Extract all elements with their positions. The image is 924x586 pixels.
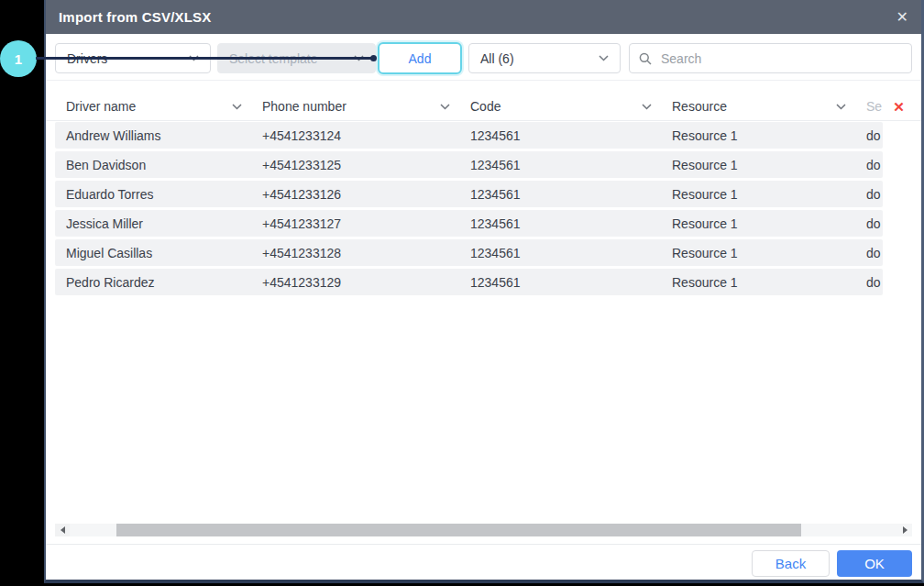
cell-extra: do (855, 246, 883, 260)
search-box (629, 43, 912, 73)
remove-column-icon[interactable]: ✕ (893, 100, 905, 114)
scrollbar-thumb[interactable] (116, 524, 801, 536)
import-dialog: Import from CSV/XLSX ✕ Drivers Select te… (44, 0, 924, 583)
ok-button[interactable]: OK (837, 550, 912, 577)
column-header-code[interactable]: Code (459, 99, 661, 114)
cell-name: Pedro Ricardez (55, 275, 251, 290)
cell-phone: +4541233128 (251, 246, 459, 260)
annotation-step-badge: 1 (0, 40, 37, 77)
footer-divider (46, 544, 921, 545)
cell-resource: Resource 1 (661, 128, 855, 143)
cell-code: 1234561 (459, 216, 661, 231)
cell-resource: Resource 1 (661, 187, 855, 202)
toolbar-divider (46, 80, 921, 81)
cell-extra: do (855, 275, 883, 290)
scroll-right-button[interactable] (897, 524, 912, 536)
search-input[interactable] (659, 50, 902, 67)
table-row[interactable]: Jessica Miller+45412331271234561Resource… (55, 210, 883, 237)
scroll-right-icon (903, 526, 908, 534)
dialog-titlebar: Import from CSV/XLSX ✕ (46, 0, 921, 34)
back-button[interactable]: Back (752, 550, 830, 577)
table-header: Driver name Phone number Code Resource S… (55, 93, 905, 120)
table-body: Andrew Williams+45412331241234561Resourc… (55, 122, 883, 298)
column-header-driver-name[interactable]: Driver name (55, 99, 251, 114)
annotation-pointer-dot (370, 55, 377, 61)
cell-phone: +4541233125 (251, 158, 459, 172)
cell-code: 1234561 (459, 275, 661, 290)
cell-extra: do (855, 128, 883, 143)
table-row[interactable]: Ben Davidson+45412331251234561Resource 1… (55, 151, 883, 178)
cell-resource: Resource 1 (661, 158, 855, 172)
horizontal-scrollbar[interactable] (55, 524, 912, 536)
filter-value: All (6) (480, 51, 514, 66)
table-row[interactable]: Miguel Casillas+45412331281234561Resourc… (55, 239, 883, 266)
chevron-down-icon (440, 104, 450, 110)
cell-code: 1234561 (459, 128, 661, 143)
annotation-pointer-line (36, 57, 371, 60)
cell-name: Andrew Williams (55, 128, 251, 143)
cell-name: Miguel Casillas (55, 246, 251, 260)
filter-dropdown[interactable]: All (6) (468, 43, 621, 73)
cell-extra: do (855, 187, 883, 202)
chevron-down-icon (232, 104, 242, 110)
table-header-divider (46, 120, 921, 121)
close-icon[interactable]: ✕ (896, 10, 908, 25)
cell-code: 1234561 (459, 246, 661, 260)
scroll-left-icon (60, 526, 65, 534)
table-row[interactable]: Pedro Ricardez+45412331291234561Resource… (55, 269, 883, 295)
cell-resource: Resource 1 (661, 246, 855, 260)
chevron-down-icon (836, 104, 846, 110)
column-header-truncated: Se ✕ (855, 99, 905, 114)
cell-extra: do (855, 158, 883, 172)
cell-name: Ben Davidson (55, 158, 251, 172)
chevron-down-icon (642, 104, 652, 110)
cell-resource: Resource 1 (661, 216, 855, 231)
column-header-resource[interactable]: Resource (661, 99, 855, 114)
cell-phone: +4541233129 (251, 275, 459, 290)
cell-phone: +4541233126 (251, 187, 459, 202)
table-row[interactable]: Eduardo Torres+45412331261234561Resource… (55, 181, 883, 207)
column-header-phone-number[interactable]: Phone number (251, 99, 459, 114)
cell-resource: Resource 1 (661, 275, 855, 290)
cell-extra: do (855, 216, 883, 231)
scroll-left-button[interactable] (55, 524, 70, 536)
dialog-title: Import from CSV/XLSX (59, 9, 212, 25)
chevron-down-icon (599, 55, 609, 61)
cell-name: Eduardo Torres (55, 187, 251, 202)
cell-phone: +4541233127 (251, 216, 459, 231)
cell-name: Jessica Miller (55, 216, 251, 231)
add-button[interactable]: Add (378, 42, 462, 74)
cell-code: 1234561 (459, 158, 661, 172)
cell-code: 1234561 (459, 187, 661, 202)
search-icon (639, 52, 652, 65)
table-row[interactable]: Andrew Williams+45412331241234561Resourc… (55, 122, 883, 149)
cell-phone: +4541233124 (251, 128, 459, 143)
